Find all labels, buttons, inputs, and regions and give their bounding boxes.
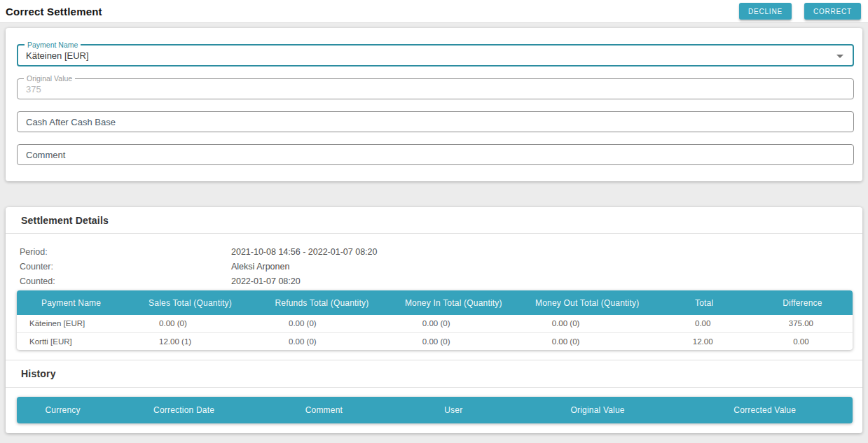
column-header: User [389, 397, 518, 423]
column-header: Money Out Total (Quantity) [518, 290, 656, 315]
payment-name-label: Payment Name [25, 41, 81, 49]
table-cell: 0.00 (0) [255, 332, 389, 350]
detail-row: Counted: 2022-01-07 08:20 [20, 274, 862, 289]
detail-row: Period: 2021-10-08 14:56 - 2022-01-07 08… [20, 245, 862, 260]
payment-name-value: Käteinen [EUR] [18, 50, 89, 61]
column-header: Payment Name [17, 290, 125, 315]
history-table: CurrencyCorrection DateCommentUserOrigin… [17, 397, 853, 423]
settlement-table-panel: Payment NameSales Total (Quantity)Refund… [17, 290, 853, 350]
cash-after-cash-base-field [17, 111, 854, 132]
table-cell: 0.00 (0) [125, 315, 255, 332]
table-cell: Kortti [EUR] [17, 332, 125, 350]
history-title: History [21, 368, 56, 379]
table-cell: 12.00 (1) [125, 332, 255, 350]
column-header: Comment [259, 397, 389, 423]
history-table-panel: CurrencyCorrection DateCommentUserOrigin… [17, 397, 853, 423]
table-row: Käteinen [EUR]0.00 (0)0.00 (0)0.00 (0)0.… [17, 315, 853, 332]
cash-after-cash-base-input[interactable] [18, 112, 853, 132]
settlement-table: Payment NameSales Total (Quantity)Refund… [17, 290, 853, 350]
table-cell: 0.00 [656, 315, 752, 332]
comment-input[interactable] [18, 145, 853, 164]
column-header: Money In Total (Quantity) [389, 290, 518, 315]
column-header: Refunds Total (Quantity) [255, 290, 389, 315]
column-header: Difference [752, 290, 853, 315]
settlement-details-card: Settlement Details Period: 2021-10-08 14… [6, 207, 862, 433]
table-cell: 12.00 [656, 332, 752, 350]
comment-field [17, 144, 854, 165]
column-header: Corrected Value [677, 397, 853, 423]
original-value-label: Original Value [24, 74, 75, 83]
detail-value: 2022-01-07 08:20 [231, 274, 301, 289]
detail-label: Counted: [20, 274, 231, 289]
column-header: Original Value [518, 397, 677, 423]
table-cell: 0.00 [752, 332, 853, 350]
table-header-row: CurrencyCorrection DateCommentUserOrigin… [17, 397, 853, 423]
table-cell: 0.00 (0) [518, 315, 656, 332]
correct-button[interactable]: CORRECT [804, 3, 861, 20]
column-header: Currency [17, 397, 109, 423]
detail-label: Counter: [20, 260, 231, 274]
settlement-details-title: Settlement Details [21, 215, 109, 226]
header-actions: DECLINE CORRECT [739, 3, 861, 20]
history-header: History [6, 360, 862, 388]
detail-row: Counter: Aleksi Arponen [20, 260, 862, 274]
original-value-input [18, 79, 853, 99]
settlement-details-list: Period: 2021-10-08 14:56 - 2022-01-07 08… [6, 234, 862, 289]
chevron-down-icon [836, 55, 843, 58]
page-title: Correct Settlement [6, 6, 102, 17]
correction-form-card: Payment Name Käteinen [EUR] Original Val… [6, 28, 862, 181]
column-header: Correction Date [109, 397, 259, 423]
table-cell: 0.00 (0) [518, 332, 656, 350]
table-cell: 0.00 (0) [389, 332, 518, 350]
detail-value: 2021-10-08 14:56 - 2022-01-07 08:20 [231, 245, 378, 260]
column-header: Sales Total (Quantity) [125, 290, 255, 315]
column-header: Total [656, 290, 752, 315]
detail-value: Aleksi Arponen [231, 260, 289, 274]
table-cell: 0.00 (0) [389, 315, 518, 332]
table-cell: Käteinen [EUR] [17, 315, 125, 332]
table-header-row: Payment NameSales Total (Quantity)Refund… [17, 290, 853, 315]
table-cell: 0.00 (0) [255, 315, 389, 332]
table-row: Kortti [EUR]12.00 (1)0.00 (0)0.00 (0)0.0… [17, 332, 853, 350]
decline-button[interactable]: DECLINE [739, 3, 792, 20]
original-value-field: Original Value [17, 78, 854, 99]
payment-name-select[interactable]: Payment Name Käteinen [EUR] [17, 44, 854, 66]
settlement-details-header: Settlement Details [6, 207, 862, 234]
detail-label: Period: [20, 245, 231, 260]
page-header: Correct Settlement DECLINE CORRECT [0, 0, 868, 23]
table-cell: 375.00 [752, 315, 853, 332]
